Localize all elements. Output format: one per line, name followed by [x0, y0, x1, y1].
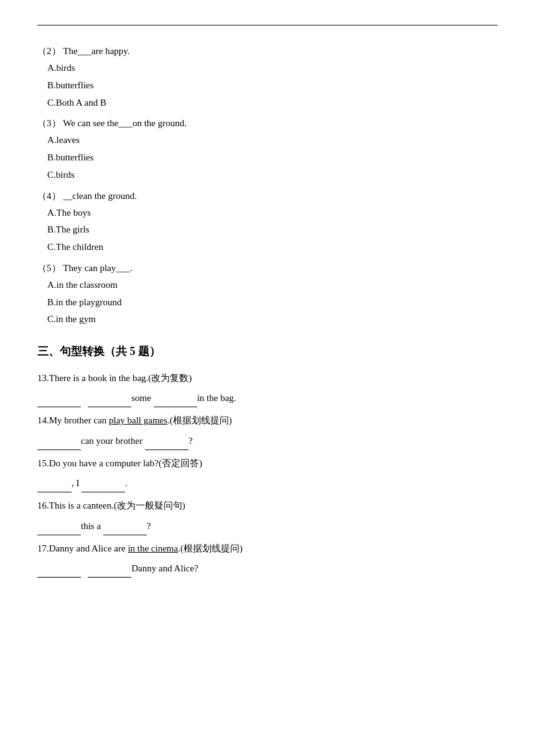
question-4-option-b: B.The girls	[47, 221, 498, 239]
question-3: （3） We can see the___on the ground. A.le…	[37, 115, 498, 183]
question-5-option-a: A.in the classroom	[47, 277, 498, 294]
question-2: （2） The___are happy. A.birds B.butterfli…	[37, 43, 498, 111]
transform-q15-stem: 15.Do you have a computer lab?(否定回答)	[37, 455, 498, 472]
question-2-option-c: C.Both A and B	[47, 94, 498, 112]
question-4-option-c: C.The children	[47, 239, 498, 256]
blank-15-1[interactable]	[37, 474, 72, 492]
blank-13-1[interactable]	[37, 389, 81, 407]
blank-14-2[interactable]	[145, 432, 188, 450]
transform-q13-answer: some in the bag.	[37, 389, 498, 407]
question-5-stem: （5） They can play___.	[37, 260, 498, 277]
transform-q17-stem: 17.Danny and Alice are in the cinema.(根据…	[37, 540, 498, 558]
blank-17-2[interactable]	[88, 560, 131, 578]
question-2-stem: （2） The___are happy.	[37, 43, 498, 60]
blank-16-2[interactable]	[103, 517, 147, 535]
blank-17-1[interactable]	[37, 560, 81, 578]
blank-14-1[interactable]	[37, 432, 81, 450]
question-4-option-a: A.The boys	[47, 205, 498, 222]
top-divider	[37, 25, 498, 25]
question-4: （4） __clean the ground. A.The boys B.The…	[37, 188, 498, 256]
question-5-option-c: C.in the gym	[47, 311, 498, 328]
question-2-option-b: B.butterflies	[47, 77, 498, 94]
question-3-stem: （3） We can see the___on the ground.	[37, 115, 498, 132]
blank-16-1[interactable]	[37, 517, 81, 535]
transform-q16-answer: this a ?	[37, 517, 498, 535]
transform-q13-stem: 13.There is a book in the bag.(改为复数)	[37, 370, 498, 387]
blank-15-2[interactable]	[81, 474, 125, 492]
transform-q14-answer: can your brother ?	[37, 432, 498, 450]
question-4-stem: （4） __clean the ground.	[37, 188, 498, 205]
question-3-option-b: B.butterflies	[47, 149, 498, 167]
question-2-option-a: A.birds	[47, 60, 498, 77]
transform-q14-stem: 14.My brother can play ball games.(根据划线提…	[37, 412, 498, 430]
section-3-title: 三、句型转换（共 5 题）	[37, 342, 498, 361]
transform-q16-stem: 16.This is a canteen.(改为一般疑问句)	[37, 497, 498, 515]
transform-q17-answer: Danny and Alice?	[37, 560, 498, 578]
q17-underline: in the cinema	[128, 543, 178, 553]
question-3-option-a: A.leaves	[47, 132, 498, 149]
transform-q15-answer: , I .	[37, 474, 498, 492]
q14-underline: play ball games	[109, 415, 167, 425]
question-5-option-b: B.in the playground	[47, 294, 498, 311]
question-5: （5） They can play___. A.in the classroom…	[37, 260, 498, 328]
blank-13-3[interactable]	[154, 389, 197, 407]
blank-13-2[interactable]	[88, 389, 131, 407]
question-3-option-c: C.birds	[47, 167, 498, 184]
